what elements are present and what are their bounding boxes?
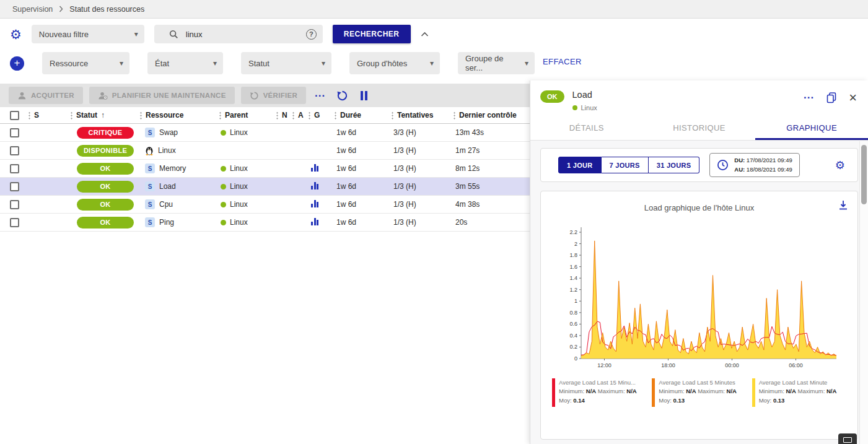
chevron-down-icon: ▾ — [315, 59, 325, 67]
column-drag-handle-icon[interactable] — [292, 111, 294, 120]
legend-item[interactable]: Average Load Last 5 Minutes Minimum: N/A… — [652, 378, 746, 407]
period-to-value: 18/08/2021 09:49 — [747, 166, 792, 173]
state-select[interactable]: État ▾ — [147, 52, 223, 74]
resource-name: Linux — [158, 146, 176, 155]
chevron-down-icon: ▾ — [128, 30, 138, 38]
search-box[interactable]: ? — [154, 25, 323, 43]
row-checkbox[interactable] — [10, 182, 19, 191]
service-group-select[interactable]: Groupe de ser... ▾ — [458, 52, 535, 74]
scrollbar-thumb[interactable] — [861, 145, 867, 204]
legend-avg-label: Moy: — [759, 397, 772, 404]
tab-details[interactable]: DÉTAILS — [530, 117, 643, 140]
svg-text:1.2: 1.2 — [569, 287, 577, 293]
check-button[interactable]: VÉRIFIER — [241, 87, 306, 104]
search-input[interactable] — [186, 30, 285, 39]
panel-more-actions-button[interactable]: ... — [804, 95, 814, 100]
parent-status-dot — [221, 184, 226, 189]
copy-link-icon[interactable] — [826, 92, 836, 103]
column-drag-handle-icon[interactable] — [276, 111, 278, 120]
table-row[interactable]: CRITIQUE S Swap Linux 1w 6d 3/3 (H) 13m … — [0, 124, 530, 142]
column-header-last-check[interactable]: Dernier contrôle — [454, 111, 530, 120]
table-row[interactable]: OK S Load Linux 1w 6d 1/3 (H) 3m 55s — [0, 178, 530, 196]
column-header-severity[interactable]: S — [28, 111, 71, 120]
parent-status-dot — [221, 130, 226, 136]
column-drag-handle-icon[interactable] — [335, 111, 336, 120]
acknowledge-button[interactable]: ACQUITTER — [9, 87, 83, 104]
row-checkbox[interactable] — [10, 146, 19, 155]
graph-icon[interactable] — [311, 200, 318, 207]
host-penguin-icon — [145, 146, 154, 155]
graph-icon[interactable] — [311, 218, 318, 225]
column-header-resource[interactable]: Ressource — [140, 111, 219, 120]
last-check-cell: 8m 12s — [454, 164, 530, 173]
column-drag-handle-icon[interactable] — [28, 111, 30, 120]
more-actions-button[interactable]: ... — [315, 94, 325, 98]
column-drag-handle-icon[interactable] — [219, 111, 221, 120]
select-all-checkbox[interactable] — [10, 111, 19, 120]
legend-item[interactable]: Average Load Last 15 Minu... Minimum: N/… — [552, 378, 646, 407]
refresh-button[interactable] — [336, 90, 348, 102]
row-checkbox[interactable] — [10, 200, 19, 209]
legend-max-value: N/A — [826, 388, 836, 394]
time-range-7days-button[interactable]: 7 JOURS — [602, 157, 649, 173]
clear-filters-button[interactable]: EFFACER — [543, 57, 582, 66]
details-panel: OK Load Linux ... × DÉTAILS HISTORIQUE G… — [530, 81, 868, 444]
resource-type-select[interactable]: Ressource ▾ — [42, 52, 129, 74]
column-header-graph[interactable]: G — [309, 111, 335, 120]
column-header-status[interactable]: Statut↑ — [71, 111, 140, 120]
graph-settings-gear-icon[interactable]: ⚙ — [835, 160, 845, 171]
chevron-down-icon: ▾ — [519, 59, 528, 67]
column-drag-handle-icon[interactable] — [71, 111, 72, 120]
person-icon — [17, 91, 27, 100]
time-range-1day-button[interactable]: 1 JOUR — [558, 157, 602, 173]
status-badge: OK — [77, 217, 134, 229]
add-criteria-button[interactable]: + — [10, 56, 24, 71]
graph-icon[interactable] — [311, 164, 318, 172]
column-drag-handle-icon[interactable] — [392, 111, 393, 120]
legend-item[interactable]: Average Load Last Minute Minimum: N/A Ma… — [752, 378, 846, 407]
pause-button[interactable] — [361, 91, 367, 100]
column-header-duration[interactable]: Durée — [335, 111, 392, 120]
saved-filter-select[interactable]: Nouveau filtre ▾ — [32, 25, 144, 43]
custom-period-button[interactable]: DU: 17/08/2021 09:49 AU: 18/08/2021 09:4… — [709, 153, 800, 177]
picture-in-picture-icon[interactable] — [838, 433, 857, 444]
column-drag-handle-icon[interactable] — [309, 111, 310, 120]
legend-color-bar — [552, 378, 555, 407]
panel-scrollbar[interactable] — [859, 141, 868, 444]
resource-name: Ping — [159, 218, 174, 227]
table-row[interactable]: OK S Memory Linux 1w 6d 1/3 (H) 8m 12s — [0, 160, 530, 178]
filter-settings-gear-icon[interactable]: ⚙ — [10, 28, 22, 41]
set-downtime-button[interactable]: PLANIFIER UNE MAINTENANCE — [89, 87, 235, 104]
svg-text:18:00: 18:00 — [661, 362, 675, 368]
parent-cell: Linux — [219, 164, 276, 173]
column-header-notes[interactable]: N — [276, 111, 292, 120]
search-button[interactable]: RECHERCHER — [333, 25, 411, 43]
parent-cell: Linux — [219, 128, 276, 137]
table-header-row: S Statut↑ Ressource Parent N A G Durée T… — [0, 107, 530, 124]
tab-history[interactable]: HISTORIQUE — [643, 117, 756, 140]
row-checkbox[interactable] — [10, 218, 19, 227]
time-range-31days-button[interactable]: 31 JOURS — [649, 157, 700, 173]
export-graph-icon[interactable] — [838, 199, 849, 211]
graph-icon[interactable] — [311, 182, 318, 189]
status-badge: OK — [77, 163, 134, 175]
table-row[interactable]: OK S Cpu Linux 1w 6d 1/3 (H) 4m 38s — [0, 196, 530, 214]
host-group-select[interactable]: Group d'hôtes ▾ — [349, 52, 440, 74]
collapse-filters-chevron-up-icon[interactable] — [421, 32, 429, 37]
column-header-tries[interactable]: Tentatives — [392, 111, 454, 120]
status-select[interactable]: Statut ▾ — [241, 52, 331, 74]
breadcrumb-item-resource-status[interactable]: Statut des ressources — [69, 5, 144, 14]
close-panel-icon[interactable]: × — [849, 93, 857, 103]
row-checkbox[interactable] — [10, 164, 19, 173]
table-row[interactable]: OK S Ping Linux 1w 6d 1/3 (H) 20s — [0, 214, 530, 232]
column-header-parent[interactable]: Parent — [219, 111, 276, 120]
column-drag-handle-icon[interactable] — [140, 111, 142, 120]
help-icon[interactable]: ? — [306, 29, 317, 40]
tab-graph[interactable]: GRAPHIQUE — [755, 117, 868, 140]
column-header-action[interactable]: A — [292, 111, 309, 120]
row-checkbox[interactable] — [10, 128, 19, 137]
column-drag-handle-icon[interactable] — [454, 111, 455, 120]
last-check-cell: 13m 43s — [454, 128, 530, 137]
breadcrumb-item-supervision[interactable]: Supervision — [12, 5, 53, 14]
table-row[interactable]: DISPONIBLE S Linux 1w 6d 1/3 (H) 1m 27s — [0, 142, 530, 160]
